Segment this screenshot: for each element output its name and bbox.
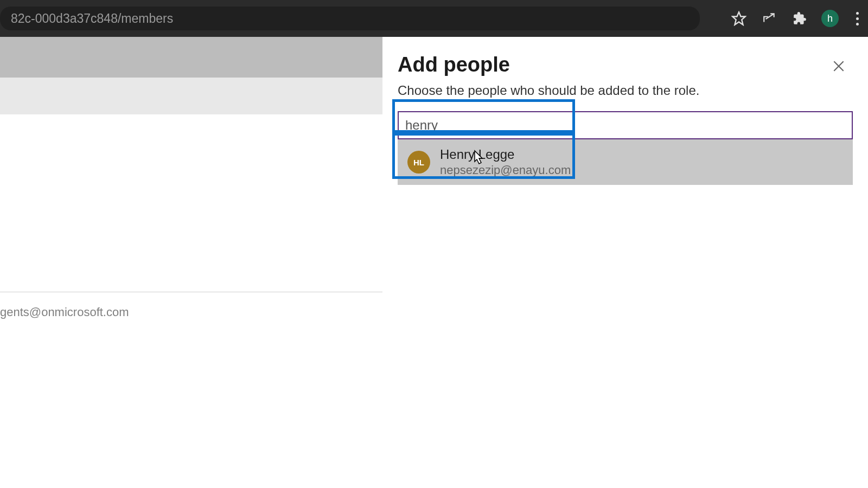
bookmark-star-icon[interactable]	[730, 10, 748, 27]
url-text: 82c-000d3a37c848/members	[11, 11, 173, 26]
suggestion-email: nepsezezip@enayu.com	[440, 163, 571, 177]
panel-title: Add people	[398, 53, 853, 76]
url-bar[interactable]: 82c-000d3a37c848/members	[0, 7, 700, 30]
background-email-text: gents@onmicrosoft.com	[0, 305, 129, 319]
browser-menu-icon[interactable]	[852, 10, 863, 27]
share-icon[interactable]	[761, 10, 778, 27]
suggestion-avatar: HL	[407, 151, 430, 174]
avatar-initials: HL	[413, 158, 424, 167]
background-header-bar	[0, 37, 382, 78]
content-area: gents@onmicrosoft.com Add people Choose …	[0, 37, 868, 488]
close-button[interactable]	[830, 57, 847, 75]
suggestion-text: Henry Legge nepsezezip@enayu.com	[440, 147, 571, 177]
profile-avatar[interactable]: h	[821, 10, 839, 27]
people-search-input[interactable]	[398, 111, 853, 139]
suggestion-list: HL Henry Legge nepsezezip@enayu.com	[398, 139, 853, 185]
background-divider	[0, 292, 382, 292]
search-container	[398, 111, 853, 139]
background-content	[0, 114, 382, 488]
svg-marker-0	[732, 12, 745, 24]
suggestion-name: Henry Legge	[440, 147, 571, 162]
profile-initial: h	[827, 13, 833, 24]
extensions-icon[interactable]	[791, 10, 808, 27]
suggestion-item[interactable]: HL Henry Legge nepsezezip@enayu.com	[398, 139, 853, 185]
background-subheader-bar	[0, 78, 382, 114]
add-people-panel: Add people Choose the people who should …	[382, 37, 868, 488]
browser-toolbar-icons: h	[730, 10, 863, 27]
panel-subtitle: Choose the people who should be added to…	[398, 83, 853, 98]
close-icon	[832, 59, 846, 73]
browser-chrome: 82c-000d3a37c848/members h	[0, 0, 868, 37]
